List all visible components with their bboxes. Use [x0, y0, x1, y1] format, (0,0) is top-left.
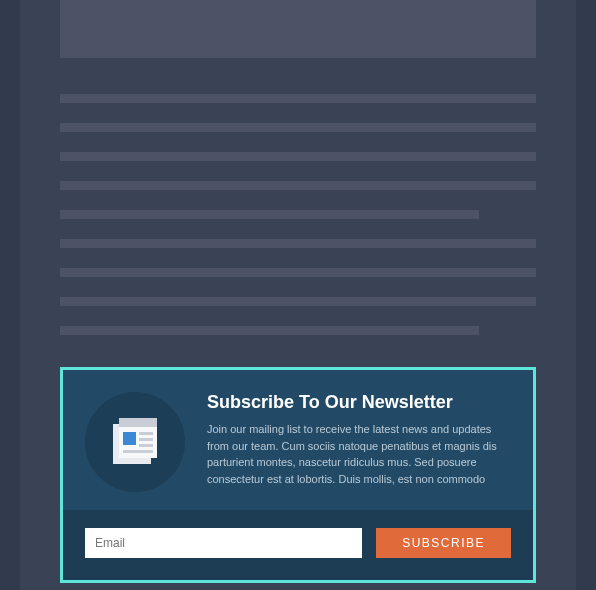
- newsletter-body: Join our mailing list to receive the lat…: [207, 421, 511, 487]
- newsletter-icon-wrap: [85, 392, 185, 492]
- content-placeholder-line: [60, 297, 536, 306]
- content-placeholder-box: [60, 0, 536, 58]
- newsletter-top: Subscribe To Our Newsletter Join our mai…: [63, 370, 533, 510]
- svg-rect-2: [119, 418, 157, 427]
- content-placeholder-line: [60, 152, 536, 161]
- content-placeholder-line: [60, 123, 536, 132]
- newsletter-title: Subscribe To Our Newsletter: [207, 392, 511, 413]
- svg-rect-7: [123, 450, 153, 453]
- svg-rect-6: [139, 444, 153, 447]
- svg-rect-4: [139, 432, 153, 435]
- content-placeholder-line: [60, 239, 536, 248]
- email-field[interactable]: [85, 528, 362, 558]
- content-placeholder-line: [60, 326, 479, 335]
- content-placeholder-line: [60, 94, 536, 103]
- subscribe-button[interactable]: SUBSCRIBE: [376, 528, 511, 558]
- newsletter-text: Subscribe To Our Newsletter Join our mai…: [207, 392, 511, 487]
- page-content: Subscribe To Our Newsletter Join our mai…: [20, 0, 576, 590]
- newsletter-form: SUBSCRIBE: [63, 510, 533, 580]
- newspaper-icon: [109, 416, 161, 468]
- content-placeholder-line: [60, 181, 536, 190]
- content-placeholder-line: [60, 268, 536, 277]
- content-placeholder-line: [60, 210, 479, 219]
- svg-rect-5: [139, 438, 153, 441]
- newsletter-card: Subscribe To Our Newsletter Join our mai…: [60, 367, 536, 583]
- svg-rect-3: [123, 432, 136, 445]
